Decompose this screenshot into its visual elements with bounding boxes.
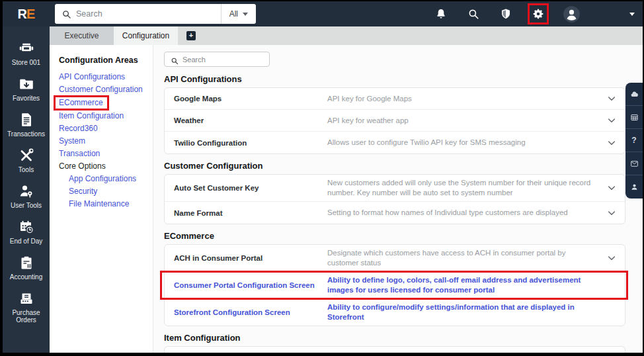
settings-card <box>164 346 625 353</box>
settings-search-input[interactable] <box>182 56 269 64</box>
settings-card: Auto Set Customer KeyNew customers added… <box>164 174 625 224</box>
setting-name: Weather <box>174 116 327 124</box>
chevron-down-icon[interactable] <box>629 13 635 16</box>
config-area-group-label: Core Options <box>59 160 153 173</box>
configuration-areas-title: Configuration Areas <box>59 56 153 65</box>
sidebar-item-purchase-orders[interactable]: Purchase Orders <box>3 290 50 324</box>
clipboard-calc-icon <box>19 255 34 271</box>
config-area-link-transaction[interactable]: Transaction <box>59 148 153 160</box>
sidebar-item-label: End of Day <box>10 238 42 245</box>
setting-link[interactable]: Consumer Portal Configuration Screen <box>174 281 327 289</box>
settings-content: API ConfigurationsGoogle MapsAPI key for… <box>153 45 643 353</box>
setting-description: API key for weather app <box>327 116 606 126</box>
sidebar-item-tools[interactable]: Tools <box>3 148 50 173</box>
setting-description: Ability to define logo, colors, call-off… <box>327 275 606 295</box>
screenshot-frame: RE All Store 001F <box>0 0 644 356</box>
chevron-down-icon[interactable] <box>606 115 617 126</box>
setting-name: Google Maps <box>174 95 327 103</box>
setting-row-name-format[interactable]: Name FormatSetting to format how names o… <box>165 202 625 224</box>
quick-panel-data-table-button[interactable] <box>625 106 643 129</box>
settings-card: Google MapsAPI key for Google MapsWeathe… <box>164 87 625 154</box>
sidebar-item-end-of-day[interactable]: End of Day <box>3 219 50 245</box>
setting-row-ach-in-consumer-portal[interactable]: ACH in Consumer PortalDesignate which cu… <box>165 245 625 272</box>
user-icon <box>630 183 639 191</box>
sidebar-item-transactions[interactable]: Transactions <box>3 112 50 138</box>
sidebar-item-label: Transactions <box>7 130 45 138</box>
search-icon[interactable] <box>467 8 479 20</box>
security-shield-icon[interactable] <box>500 8 512 20</box>
main-column: Executive Configuration + Configuration … <box>50 26 643 353</box>
chevron-down-icon[interactable] <box>606 183 617 193</box>
settings-gear-icon[interactable] <box>532 8 544 20</box>
setting-name: Name Format <box>174 209 327 217</box>
app-logo[interactable]: RE <box>3 1 50 26</box>
chevron-down-icon[interactable] <box>606 138 617 148</box>
quick-panel-mail-button[interactable] <box>625 152 643 175</box>
topbar-actions <box>415 3 643 24</box>
notifications-bell-icon[interactable] <box>435 8 447 20</box>
quick-panel-user-button[interactable] <box>625 175 643 199</box>
config-area-link-item-configuration[interactable]: Item Configuration <box>59 110 153 122</box>
sidebar-item-label: Store 001 <box>12 59 40 66</box>
settings-gear-highlight-box[interactable] <box>528 3 549 24</box>
config-area-link-ecommerce[interactable]: ECommerce <box>54 95 109 111</box>
tab-executive[interactable]: Executive <box>50 26 114 45</box>
chevron-down-icon[interactable] <box>606 253 617 263</box>
left-nav: Store 001FavoritesTransactionsToolsUser … <box>3 26 50 353</box>
setting-row-consumer-portal-configuration-screen[interactable]: Consumer Portal Configuration ScreenAbil… <box>165 272 625 299</box>
chevron-down-icon[interactable] <box>606 208 617 218</box>
quick-access-panel: ? <box>625 83 643 199</box>
setting-description: Allows user to configure Twilio API key … <box>327 138 606 148</box>
chevron-down-icon[interactable] <box>606 93 617 104</box>
search-scope-value: All <box>229 9 238 19</box>
tab-bar: Executive Configuration + <box>50 26 643 45</box>
sidebar-item-favorites[interactable]: Favorites <box>3 76 50 102</box>
purchase-icon <box>19 290 34 306</box>
sidebar-item-label: Favorites <box>13 95 40 102</box>
sidebar-item-label: Tools <box>19 166 34 173</box>
cloud-icon <box>630 90 639 99</box>
sidebar-item-user-tools[interactable]: User Tools <box>3 183 50 209</box>
help-icon: ? <box>631 136 636 145</box>
user-account-icon[interactable] <box>563 5 581 23</box>
register-icon <box>19 40 34 56</box>
setting-name: ACH in Consumer Portal <box>174 254 327 262</box>
config-area-link-app-configurations[interactable]: App Configurations <box>59 173 153 185</box>
setting-name: Twilio Configuration <box>174 139 327 147</box>
sidebar-item-accounting[interactable]: Accounting <box>3 255 50 281</box>
quick-panel-cloud-button[interactable] <box>625 83 643 106</box>
setting-row-auto-set-customer-key[interactable]: Auto Set Customer KeyNew customers added… <box>165 175 625 202</box>
setting-row-storefront-configuration-screen[interactable]: Storefront Configuration ScreenAbility t… <box>165 299 625 326</box>
setting-row-twilio-configuration[interactable]: Twilio ConfigurationAllows user to confi… <box>165 132 625 154</box>
section-heading-ecommerce: ECommerce <box>164 231 625 241</box>
section-heading-item-configuration: Item Configuration <box>164 333 625 343</box>
config-area-link-customer-configuration[interactable]: Customer Configuration <box>59 83 153 96</box>
config-area-link-record360[interactable]: Record360 <box>59 122 153 135</box>
config-area-link-system[interactable]: System <box>59 135 153 148</box>
calendar-clock-icon <box>19 219 34 235</box>
settings-card: ACH in Consumer PortalDesignate which cu… <box>164 244 625 326</box>
settings-sections: API ConfigurationsGoogle MapsAPI key for… <box>164 74 625 353</box>
sidebar-item-label: Accounting <box>10 273 42 281</box>
setting-description: New customers added will only use the Sy… <box>327 178 606 198</box>
setting-description: Ability to configure/modify settings/inf… <box>327 302 606 322</box>
settings-search-bar[interactable] <box>164 52 270 67</box>
sidebar-item-store-001[interactable]: Store 001 <box>3 40 50 66</box>
quick-panel-help-button[interactable]: ? <box>625 129 643 152</box>
setting-description: Designate which customers have access to… <box>327 248 606 268</box>
global-search-bar[interactable]: All <box>55 4 256 24</box>
setting-link[interactable]: Storefront Configuration Screen <box>174 308 327 316</box>
config-area-link-security[interactable]: Security <box>59 185 153 198</box>
new-tab-plus-icon[interactable]: + <box>186 31 196 40</box>
search-scope-dropdown[interactable]: All <box>221 4 256 24</box>
setting-description: Setting to format how names of Individua… <box>327 208 606 218</box>
global-search-input[interactable] <box>76 9 221 19</box>
configuration-areas-links: API ConfigurationsCustomer Configuration… <box>59 71 153 210</box>
config-area-link-api-configurations[interactable]: API Configurations <box>59 71 153 83</box>
app-window: RE All Store 001F <box>3 1 643 353</box>
sidebar-item-label: Purchase Orders <box>3 309 50 324</box>
setting-row-google-maps[interactable]: Google MapsAPI key for Google Maps <box>165 88 625 110</box>
config-area-link-file-maintenance[interactable]: File Maintenance <box>59 198 153 210</box>
setting-row-weather[interactable]: WeatherAPI key for weather app <box>165 110 625 132</box>
tab-configuration[interactable]: Configuration <box>114 26 178 45</box>
